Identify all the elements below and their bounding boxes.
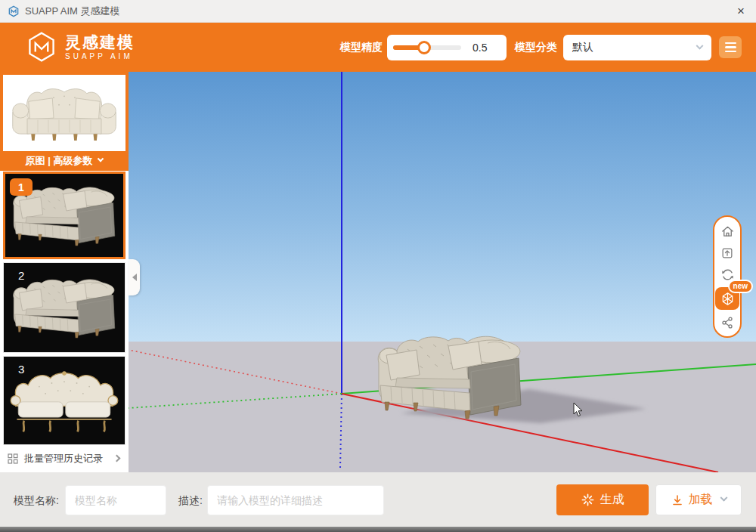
result-thumbnail-1[interactable]: 1 [3, 172, 125, 259]
app-header: 灵感建模 SUAPP AIM 模型精度 0.5 模型分类 默认 [0, 23, 756, 72]
close-button[interactable]: × [729, 0, 753, 23]
category-label: 模型分类 [515, 23, 557, 72]
chevron-down-icon [696, 42, 704, 49]
brand-name-en: SUAPP AIM [65, 51, 135, 61]
viewport-3d[interactable]: new [129, 72, 756, 472]
description-label: 描述: [178, 485, 203, 515]
description-input[interactable] [207, 485, 384, 515]
title-bar: SUAPP AIM 灵感建模 × [0, 0, 756, 23]
category-dropdown[interactable]: 默认 [563, 35, 711, 60]
gem-settings-icon [720, 292, 735, 306]
precision-control: 0.5 [387, 35, 507, 60]
model-name-input[interactable] [65, 485, 166, 515]
sparkle-icon [581, 493, 594, 506]
window-title: SUAPP AIM 灵感建模 [25, 0, 119, 23]
sidebar: 原图 | 高级参数 1 2 3 [0, 72, 129, 472]
window-bottom-edge [0, 527, 756, 532]
mouse-cursor [573, 402, 584, 417]
model-name-label: 模型名称: [14, 485, 59, 515]
menu-button[interactable] [719, 36, 742, 58]
precision-slider[interactable] [393, 45, 461, 50]
thumbnail-3-number: 3 [18, 363, 24, 376]
chevron-down-icon [98, 156, 104, 162]
precision-value: 0.5 [472, 42, 487, 54]
app-logo-icon [8, 5, 20, 17]
thumbnail-1-badge: 1 [10, 178, 33, 196]
load-label: 加载 [689, 492, 713, 508]
home-button[interactable] [718, 222, 736, 240]
grid-icon [8, 453, 18, 464]
axis-green-dotted [129, 394, 342, 408]
brand: 灵感建模 SUAPP AIM [25, 30, 135, 63]
brand-name-cn: 灵感建模 [65, 33, 135, 51]
axis-red-dotted [129, 350, 342, 394]
result-thumbnail-3[interactable]: 3 [3, 356, 125, 445]
sidebar-collapse-handle[interactable] [129, 259, 140, 295]
batch-history-button[interactable]: 批量管理历史记录 [0, 446, 129, 471]
original-image-thumbnail [3, 75, 125, 151]
share-button[interactable] [718, 314, 736, 332]
original-advanced-params-toggle[interactable]: 原图 | 高级参数 [3, 151, 125, 171]
download-icon [671, 494, 683, 506]
slider-handle[interactable] [417, 41, 431, 54]
generate-button[interactable]: 生成 [556, 484, 649, 515]
result-thumbnail-2[interactable]: 2 [3, 262, 125, 353]
axis-blue-dotted [340, 394, 342, 469]
home-icon [720, 224, 735, 239]
upload-box-icon [720, 246, 734, 260]
original-label-text: 原图 | 高级参数 [26, 154, 93, 168]
generate-label: 生成 [600, 492, 624, 508]
history-label: 批量管理历史记录 [24, 452, 108, 466]
upload-model-button[interactable] [718, 244, 736, 262]
brand-cube-icon [25, 30, 58, 63]
main-area: 原图 | 高级参数 1 2 3 [0, 72, 756, 472]
footer-bar: 模型名称: 描述: 生成 加载 [0, 472, 756, 527]
new-feature-badge: new [728, 280, 753, 293]
sofa-model [374, 332, 525, 419]
original-image-card[interactable]: 原图 | 高级参数 [0, 72, 129, 171]
hamburger-icon [725, 42, 736, 44]
chevron-down-icon[interactable] [720, 494, 727, 502]
chevron-right-icon [113, 455, 121, 462]
load-button[interactable]: 加载 [655, 484, 742, 515]
share-icon [720, 316, 734, 329]
triangle-left-icon [129, 274, 137, 281]
app-window: SUAPP AIM 灵感建模 × 灵感建模 SUAPP AIM 模型精度 0.5… [0, 0, 756, 532]
category-selected-value: 默认 [572, 41, 697, 54]
precision-label: 模型精度 [340, 23, 383, 72]
thumbnail-2-number: 2 [18, 269, 24, 282]
viewport-toolbar: new [713, 215, 742, 338]
